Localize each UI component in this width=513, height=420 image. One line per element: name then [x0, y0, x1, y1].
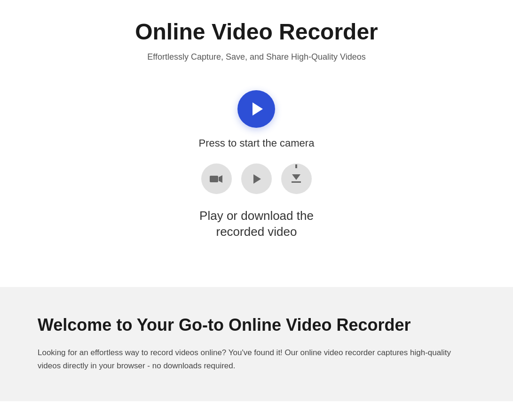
svg-rect-0 [210, 176, 218, 182]
svg-marker-1 [219, 175, 222, 183]
play-button[interactable] [241, 163, 272, 194]
top-section: Online Video Recorder Effortlessly Captu… [0, 0, 513, 287]
play-icon [253, 102, 263, 116]
start-camera-button[interactable] [237, 90, 275, 128]
welcome-title: Welcome to Your Go-to Online Video Recor… [38, 315, 475, 335]
page-title: Online Video Recorder [135, 19, 378, 45]
welcome-body: Looking for an effortless way to record … [38, 346, 475, 373]
press-to-start-label: Press to start the camera [199, 137, 315, 149]
play-download-label: Play or download therecorded video [199, 208, 314, 240]
page-subtitle: Effortlessly Capture, Save, and Share Hi… [147, 52, 366, 62]
bottom-section: Welcome to Your Go-to Online Video Recor… [0, 287, 513, 402]
download-icon [292, 175, 301, 183]
record-button[interactable] [201, 163, 232, 194]
download-button[interactable] [281, 163, 312, 194]
camera-icon [210, 174, 223, 184]
camera-section: Press to start the camera Play or downlo… [199, 90, 315, 240]
play-small-icon [253, 174, 261, 184]
controls-row [201, 163, 312, 194]
